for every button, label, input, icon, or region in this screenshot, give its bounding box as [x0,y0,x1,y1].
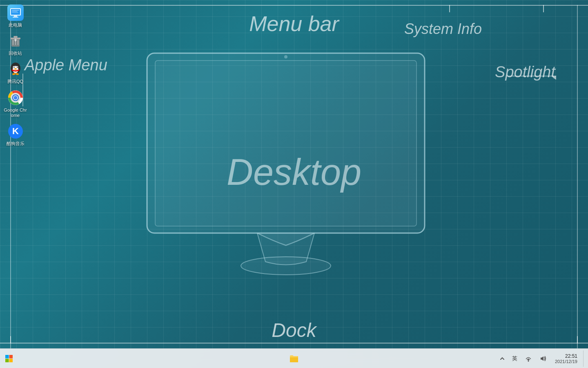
kuwo-icon: K [8,123,23,139]
desktop-icon-recycle-bin[interactable]: 回收站 [1,30,30,58]
svg-rect-9 [12,11,18,12]
bottom-ruler-line [0,343,588,343]
show-desktop-button[interactable] [583,350,585,367]
right-ruler-line [577,5,578,348]
desktop-background: Menu bar Apple Menu System Info Spotligh… [0,0,588,368]
top-ruler-line [0,5,588,6]
recycle-bin-icon [8,34,23,48]
clock-time: 22:51 [565,353,577,359]
network-button[interactable] [522,353,535,364]
taskbar-left [0,350,497,368]
svg-rect-6 [14,16,17,17]
svg-point-3 [284,55,287,58]
svg-rect-10 [12,12,18,13]
svg-point-40 [528,360,529,361]
file-explorer-icon [289,354,299,364]
mac-monitor-illustration [135,45,437,290]
desktop-icon-kuwo-music[interactable]: K 酷狗音乐 [1,121,30,149]
svg-point-22 [17,67,18,68]
svg-rect-36 [5,359,9,362]
this-pc-label: 此电脑 [9,22,22,28]
volume-icon [539,355,547,362]
this-pc-icon [9,7,22,19]
language-button[interactable]: 英 [510,353,520,364]
svg-point-2 [241,257,331,275]
tick-mark-1 [449,5,450,12]
svg-rect-35 [9,355,13,359]
windows-logo-icon [5,355,13,363]
taskbar: 英 22:51 2021/12/19 [0,348,588,368]
qq-icon [8,61,23,77]
chrome-icon [8,90,23,105]
recycle-bin-label: 回收站 [9,51,22,56]
svg-rect-8 [12,10,19,11]
taskbar-tray: 英 22:51 2021/12/19 [497,350,588,367]
desktop-icons-container: 此电脑 回收站 [0,0,31,149]
svg-rect-7 [13,17,18,18]
svg-point-31 [13,96,17,99]
svg-point-23 [14,68,17,70]
spotlight-arrow [507,76,556,76]
taskbar-pinned-apps [285,350,303,368]
svg-rect-37 [9,359,13,362]
desktop-icon-this-pc[interactable]: 此电脑 [1,2,30,30]
svg-rect-1 [155,61,416,226]
volume-button[interactable] [537,353,549,364]
svg-rect-34 [5,355,9,359]
chrome-label: Google Chrome [3,108,28,118]
system-clock[interactable]: 22:51 2021/12/19 [552,352,581,366]
svg-rect-13 [13,36,18,38]
tick-mark-2 [543,5,544,12]
show-hidden-icons-button[interactable] [497,355,507,363]
svg-text:K: K [12,126,19,136]
spotlight-arrow-head [553,76,556,80]
qq-label: 腾讯QQ [7,79,23,84]
svg-point-21 [13,67,14,68]
desktop-icon-qq[interactable]: 腾讯QQ [1,58,30,87]
network-icon [525,355,532,362]
start-button[interactable] [0,350,18,368]
desktop-icon-google-chrome[interactable]: Google Chrome [1,87,30,121]
kuwo-label: 酷狗音乐 [7,141,24,146]
chevron-up-icon [500,356,505,361]
clock-date: 2021/12/19 [555,359,577,364]
taskbar-file-explorer[interactable] [285,350,303,368]
language-label: 英 [512,355,517,362]
